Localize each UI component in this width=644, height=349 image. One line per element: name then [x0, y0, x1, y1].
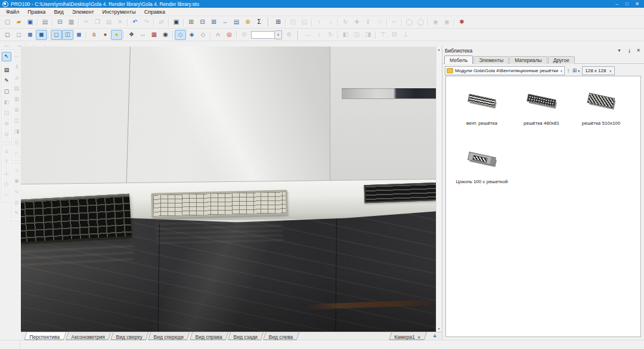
flatten-view-button: ⌐ — [389, 17, 400, 27]
show-lighting-button[interactable]: ● — [111, 30, 122, 40]
show-contours-button[interactable]: ◻ — [51, 30, 62, 40]
path-tool: ∿ — [12, 187, 21, 197]
mesh-shape — [587, 92, 615, 108]
snap-settings-button[interactable]: ◇ — [197, 30, 209, 40]
view-mode-dropdown-icon[interactable]: ▾ — [578, 69, 580, 73]
magnet-snap-button[interactable]: ∩ — [212, 30, 224, 40]
ceiling-tool: ⊞ — [12, 106, 21, 115]
close-button[interactable]: ✕ — [633, 0, 642, 8]
view-tab-front[interactable]: Вид спереди — [148, 332, 190, 340]
menu-help[interactable]: Справка — [140, 9, 169, 15]
close-panel-button[interactable]: ✕ — [635, 47, 642, 54]
board-tool[interactable]: ▢ — [2, 87, 11, 97]
show-solid-button[interactable]: ◼ — [73, 30, 85, 40]
handle-slot — [342, 88, 436, 98]
view-tab-right[interactable]: Вид справа — [189, 332, 228, 340]
separator — [428, 18, 429, 26]
view-tab-top[interactable]: Вид сверху — [110, 332, 149, 340]
camera-tab[interactable]: Камера1✕ — [389, 332, 428, 340]
view-mode-button[interactable]: ⊞▾ — [572, 67, 580, 73]
minimize-button[interactable]: – — [612, 0, 621, 8]
chevron-down-icon[interactable]: ∨ — [275, 30, 282, 39]
menu-edit[interactable]: Правка — [23, 9, 49, 15]
window-price-button[interactable]: ⊛ — [242, 17, 253, 27]
show-shadows-button[interactable]: ❖ — [126, 30, 137, 40]
window-elements-button[interactable]: ⊞ — [185, 17, 197, 27]
menu-tools[interactable]: Инструменты — [98, 9, 140, 15]
library-tab-furniture[interactable]: Мебель — [444, 55, 473, 64]
grille-template-tool[interactable]: ▤ — [2, 66, 11, 75]
chevron-down-icon[interactable]: ∨ — [560, 69, 562, 73]
library-list[interactable]: вент. решёткарешётка 480x81решётка 510x1… — [445, 76, 641, 337]
snap-to-grid-button[interactable]: ◈ — [186, 30, 197, 40]
save-file-button[interactable]: ▣ — [24, 17, 36, 27]
window-notes-button[interactable]: ▤ — [231, 17, 242, 27]
library-item-vent-grille[interactable]: вент. решётка — [452, 84, 512, 142]
view-tab-perspective[interactable]: Перспектива — [24, 332, 66, 340]
menu-view[interactable]: Вид — [50, 9, 68, 15]
new-file-button[interactable]: ▢ — [2, 17, 13, 27]
maximize-button[interactable]: □ — [623, 0, 631, 8]
print-button[interactable]: ⊟ — [54, 17, 66, 27]
view-shaded-button[interactable]: ◼ — [36, 30, 47, 40]
chevron-down-icon[interactable]: ∨ — [609, 69, 611, 73]
camera-tab-close-icon[interactable]: ✕ — [417, 335, 421, 339]
snap-to-objects-button[interactable]: ◇ — [175, 30, 186, 40]
library-tab-materials[interactable]: Материалы — [509, 56, 547, 64]
view-tab-axonometry[interactable]: Аксонометрия — [66, 332, 111, 340]
show-grid-button[interactable]: ▦ — [148, 30, 160, 40]
display-settings-button[interactable]: ▣ — [171, 17, 182, 27]
zoom-level-input[interactable] — [251, 31, 275, 39]
view-color-button[interactable]: ◼ — [24, 30, 36, 40]
render-settings-button[interactable]: ✱ — [456, 17, 467, 27]
pan-view-button: ✚ — [351, 17, 363, 27]
library-tab-other[interactable]: Другое — [548, 56, 575, 64]
export-report-button[interactable]: ▤ — [39, 17, 51, 27]
library-item-grille-510x100[interactable]: решётка 510x100 — [571, 84, 631, 142]
align-right-button: ◨ — [363, 30, 374, 40]
rotate-object-tool: ◇ — [2, 180, 11, 189]
folder-up-button[interactable]: ↑ — [567, 67, 570, 74]
separator — [183, 18, 184, 26]
print-preview-button[interactable]: ▥ — [66, 17, 77, 27]
panel-menu-button[interactable]: ▾ — [616, 47, 623, 54]
menubar: ФайлПравкаВидЭлементИнструментыСправка — [0, 8, 644, 16]
library-path-combobox[interactable]: Модули Gola\Gola 4\Вентиляционные решётк… — [445, 66, 565, 75]
view-wireframe-button[interactable]: ◻ — [2, 30, 13, 40]
thumbnail-size-select[interactable]: 128 x 128 ∨ — [582, 66, 615, 75]
open-file-button[interactable]: ▰ — [13, 17, 24, 27]
separator — [268, 18, 270, 27]
undo-button[interactable]: ↶ — [129, 17, 141, 27]
view-tab-left[interactable]: Вид слева — [263, 332, 299, 340]
view-hidden-lines-button[interactable]: ◻ — [13, 30, 24, 40]
view-tab-back[interactable]: Вид сзади — [228, 332, 264, 340]
add-view-button[interactable]: + — [433, 332, 436, 340]
library-item-plinth-100[interactable]: Цоколь 100 с решеткой — [452, 142, 512, 200]
show-edges-button[interactable]: ◫ — [62, 30, 73, 40]
viewport-scrollbar[interactable]: ▲ ▼ — [436, 47, 441, 332]
scroll-down-button[interactable]: ▼ — [438, 327, 441, 331]
render-viewport[interactable] — [21, 47, 436, 332]
show-dimensions-button[interactable]: ↔ — [137, 30, 148, 40]
auto-align-button[interactable]: ◎ — [224, 30, 235, 40]
window-cutting-button[interactable]: ⊠ — [208, 17, 219, 27]
menu-file[interactable]: Файл — [2, 9, 23, 15]
paste-button: ▤ — [103, 17, 114, 27]
show-textures-button[interactable]: a — [88, 30, 100, 40]
menu-element[interactable]: Элемент — [68, 9, 98, 15]
library-item-grille-480x81[interactable]: решётка 480x81 — [512, 84, 571, 142]
window-dimensions-button[interactable]: ⇔ — [219, 17, 231, 27]
select-tool[interactable]: ↖ — [2, 52, 11, 61]
window-structure-button[interactable]: ⊟ — [197, 17, 208, 27]
library-tab-elements[interactable]: Элементы — [473, 56, 509, 64]
pin-button[interactable]: ⊸ — [626, 47, 633, 54]
cut-shape-tool: ◧ — [2, 98, 11, 107]
align-middle-button: ⊟ — [389, 30, 400, 40]
notes-tool: ✎ — [12, 209, 21, 218]
show-hidden-items-button[interactable]: ◉ — [160, 30, 171, 40]
calculation-button[interactable]: Σ — [253, 17, 265, 27]
materials-table-button[interactable]: ⊞ — [273, 17, 284, 27]
show-materials-button[interactable]: ● — [100, 30, 111, 40]
eyedropper-tool[interactable]: ✎ — [2, 76, 11, 86]
scroll-up-button[interactable]: ▲ — [438, 48, 441, 51]
